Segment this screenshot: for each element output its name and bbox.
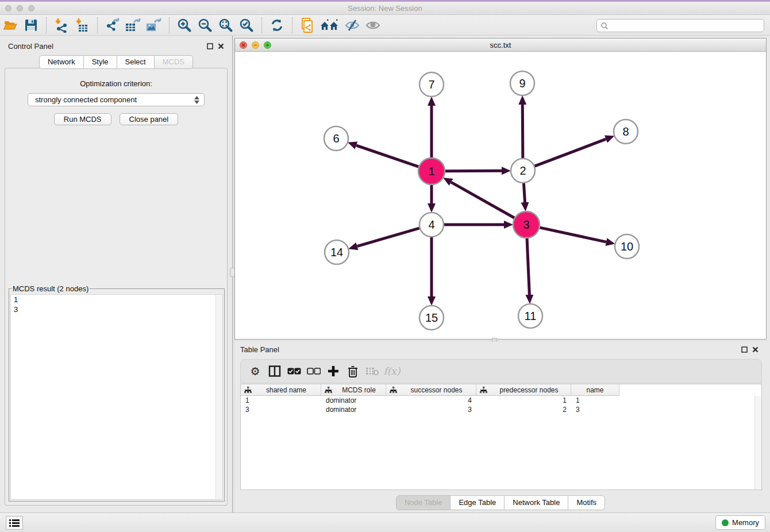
- graph-node[interactable]: 2: [511, 159, 535, 183]
- node-table: shared name MCDS role successor nodes pr…: [240, 384, 762, 490]
- float-panel-icon[interactable]: [741, 346, 748, 353]
- graph-node[interactable]: 6: [324, 126, 348, 151]
- select-all-button[interactable]: [284, 362, 304, 380]
- graph-edge[interactable]: [527, 238, 529, 295]
- graph-edge[interactable]: [523, 183, 525, 202]
- task-history-button[interactable]: [6, 516, 23, 530]
- unchecked-boxes-icon: [307, 368, 321, 375]
- home-button[interactable]: [318, 16, 342, 34]
- graph-node[interactable]: 15: [419, 306, 444, 330]
- graph-node-label: 15: [425, 311, 438, 324]
- column-header-mcds-role[interactable]: MCDS role: [321, 384, 386, 396]
- search-input[interactable]: [609, 20, 764, 31]
- graph-edge[interactable]: [357, 228, 419, 246]
- toolbar-separator: [261, 17, 262, 33]
- close-panel-button[interactable]: Close panel: [120, 113, 179, 125]
- export-table-button[interactable]: [123, 16, 144, 34]
- graph-edge[interactable]: [445, 171, 502, 171]
- table-scrollbar[interactable]: [754, 396, 761, 489]
- column-header-shared-name[interactable]: shared name: [241, 384, 321, 396]
- tab-node-table[interactable]: Node Table: [396, 495, 451, 510]
- cell-mcds-role: dominator: [321, 396, 386, 404]
- zoom-out-button[interactable]: [195, 16, 215, 34]
- graph-edge[interactable]: [356, 145, 418, 167]
- unselect-all-button[interactable]: [304, 362, 324, 380]
- tab-network[interactable]: Network: [39, 55, 84, 69]
- graph-edge[interactable]: [522, 105, 523, 158]
- memory-button[interactable]: Memory: [715, 515, 765, 530]
- duplicate-network-button[interactable]: [297, 16, 318, 34]
- show-columns-button[interactable]: [265, 362, 284, 380]
- graph-node[interactable]: 3: [513, 211, 540, 238]
- open-file-button[interactable]: [0, 16, 21, 34]
- close-panel-icon[interactable]: [752, 346, 759, 353]
- refresh-button[interactable]: [267, 16, 287, 34]
- zoom-fit-button[interactable]: [215, 16, 236, 34]
- column-header-predecessor-nodes[interactable]: predecessor nodes: [476, 384, 571, 396]
- graph-node[interactable]: 7: [419, 72, 444, 97]
- titlebar: Session: New Session: [0, 2, 770, 15]
- graph-node[interactable]: 10: [615, 234, 639, 259]
- search-icon: [600, 22, 609, 30]
- create-column-button[interactable]: [324, 362, 343, 380]
- mcds-result-area[interactable]: 1 3: [10, 294, 223, 500]
- export-network-button[interactable]: [102, 16, 123, 34]
- delete-table-icon: [365, 367, 379, 376]
- import-network-button[interactable]: [51, 16, 72, 34]
- attribute-icon: [325, 387, 332, 394]
- network-graph[interactable]: 1234678910111415: [235, 52, 766, 339]
- hide-selected-button[interactable]: [342, 16, 363, 34]
- eye-slash-icon: [344, 18, 360, 33]
- network-canvas[interactable]: 1234678910111415: [235, 52, 766, 339]
- function-builder-button: f(x): [382, 362, 402, 380]
- graph-edge[interactable]: [535, 139, 606, 166]
- toolbar-separator: [46, 17, 47, 33]
- run-mcds-button[interactable]: Run MCDS: [54, 113, 111, 125]
- save-session-button[interactable]: [21, 16, 41, 34]
- table-mode-button[interactable]: ⚙: [245, 362, 265, 380]
- result-scrollbar[interactable]: [215, 295, 222, 499]
- zoom-in-icon: [177, 18, 192, 33]
- tab-mcds[interactable]: MCDS: [155, 55, 193, 69]
- graph-node[interactable]: 8: [614, 119, 638, 144]
- close-panel-icon[interactable]: [218, 43, 224, 49]
- tab-motifs[interactable]: Motifs: [568, 495, 605, 510]
- tab-select[interactable]: Select: [117, 55, 155, 69]
- graph-edge[interactable]: [540, 228, 606, 242]
- export-image-button[interactable]: [144, 16, 164, 34]
- float-panel-icon[interactable]: [207, 43, 213, 49]
- table-row[interactable]: 1 dominator 4 1 1: [241, 396, 761, 405]
- plus-icon: [328, 365, 339, 377]
- show-selected-button[interactable]: [363, 16, 383, 34]
- checked-boxes-icon: [287, 368, 301, 375]
- graph-node[interactable]: 9: [510, 71, 534, 95]
- column-header-successor-nodes[interactable]: successor nodes: [386, 384, 476, 396]
- tab-style[interactable]: Style: [84, 55, 117, 69]
- criterion-dropdown[interactable]: strongly connected component: [28, 93, 205, 106]
- cell-successor-nodes: 4: [386, 396, 476, 404]
- table-row[interactable]: 3 dominator 3 2 3: [241, 405, 761, 414]
- network-window-titlebar: × − + scc.txt: [235, 38, 766, 52]
- zoom-in-button[interactable]: [174, 16, 195, 34]
- mcds-result-legend: MCDS result (2 nodes): [11, 284, 90, 293]
- tab-edge-table[interactable]: Edge Table: [451, 495, 505, 510]
- table-tabs: Node Table Edge Table Network Table Moti…: [234, 495, 767, 510]
- graph-node[interactable]: 14: [325, 240, 349, 264]
- graph-node[interactable]: 11: [518, 304, 542, 328]
- attribute-icon: [480, 387, 487, 394]
- tab-network-table[interactable]: Network Table: [505, 495, 568, 510]
- graph-node[interactable]: 1: [418, 158, 445, 184]
- column-header-name[interactable]: name: [571, 384, 619, 396]
- memory-status-icon: [722, 519, 729, 526]
- cell-predecessor-nodes: 1: [476, 396, 571, 404]
- toolbar-separator: [97, 17, 98, 33]
- window-title: Session: New Session: [0, 4, 770, 13]
- import-table-button[interactable]: [72, 16, 93, 34]
- graph-node[interactable]: 4: [419, 213, 444, 237]
- graph-node-label: 14: [330, 246, 343, 259]
- memory-label: Memory: [732, 518, 759, 527]
- zoom-selected-button[interactable]: [236, 16, 257, 34]
- graph-edge[interactable]: [451, 182, 514, 218]
- delete-columns-button[interactable]: [343, 362, 363, 380]
- table-panel: Table Panel ⚙: [234, 342, 767, 511]
